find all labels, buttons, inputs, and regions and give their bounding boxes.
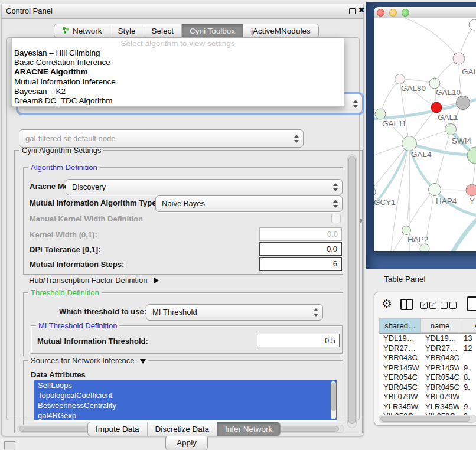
network-edge[interactable] (389, 18, 459, 58)
splitter-grip[interactable] (360, 219, 362, 223)
dropdown-item[interactable]: Mutual Information Inference (12, 77, 344, 87)
node-table: shared…nameA YDL19…YDL19…13YDR27…YDR27…1… (379, 318, 476, 415)
dropdown-item[interactable]: Bayesian – Hill Climbing (12, 48, 344, 58)
table-row[interactable]: YBL079WYBL079W (379, 392, 476, 402)
tab-discretize-data[interactable]: Discretize Data (147, 422, 217, 436)
tab-jactivemnodules[interactable]: jActiveMNodules (243, 24, 318, 38)
settings-vertical-scrollbar[interactable] (347, 154, 357, 428)
network-node-y[interactable] (466, 184, 476, 196)
tab-infer-network[interactable]: Infer Network (217, 422, 280, 436)
table-row[interactable]: YDL19…YDL19…13 (379, 334, 476, 344)
scrollbar-thumb[interactable] (348, 156, 356, 424)
select-all-icon[interactable]: ✓✓ (420, 302, 436, 309)
table-row[interactable]: YBR043CYBR043C (379, 353, 476, 363)
gear-icon[interactable]: ⚙ (382, 296, 392, 311)
tab-style[interactable]: Style (110, 24, 144, 38)
hub-definition-expander[interactable]: Hub/Transcription Factor Definition (29, 276, 159, 285)
tab-cyni-toolbox[interactable]: Cyni Toolbox (181, 24, 243, 38)
close-light[interactable] (377, 9, 384, 17)
column-header-2[interactable]: name (421, 318, 459, 333)
minimize-light[interactable] (389, 9, 397, 17)
sources-title[interactable]: Sources for Network Inference (28, 356, 148, 365)
table-cell: YBR045C (379, 383, 421, 393)
table-cell: YPR145W (379, 363, 421, 373)
mi-threshold-field[interactable]: 0.5 (257, 334, 340, 347)
network-node-hap2[interactable] (402, 226, 411, 235)
new-document-icon[interactable] (467, 296, 476, 311)
network-node-gal10[interactable] (429, 78, 440, 89)
table-row[interactable]: YDR27…YDR27…12 (379, 344, 476, 354)
table-toolbar: ⚙ ✓✓ (374, 292, 476, 317)
which-threshold-combobox[interactable]: MI Threshold (146, 304, 323, 321)
node-label: GAL4 (411, 150, 432, 159)
zoom-light[interactable] (402, 9, 409, 17)
scrollbar-thumb[interactable] (380, 416, 470, 422)
deselect-all-icon[interactable] (441, 302, 457, 309)
table-row[interactable]: YBR045CYBR045C9. (379, 383, 476, 393)
network-node-hap4[interactable] (429, 184, 441, 196)
algorithm-dropdown-popup: Select algorithm to view settings Bayesi… (11, 38, 344, 107)
attributes-scrollbar[interactable] (331, 381, 336, 419)
network-node[interactable] (420, 244, 429, 251)
panel-grip-icon[interactable] (4, 441, 15, 449)
network-edge[interactable] (380, 79, 400, 114)
network-node-gal4[interactable] (402, 136, 417, 151)
network-node[interactable] (469, 19, 476, 30)
mi-steps-field[interactable]: 6 (259, 257, 342, 271)
tab-impute-data[interactable]: Impute Data (88, 422, 147, 436)
dropdown-prompt: Select algorithm to view settings (12, 39, 344, 48)
table-panel: ⚙ ✓✓ shared…nameA YDL19…YDL19…13YDR27…YD… (374, 292, 476, 426)
network-node-gal11[interactable] (375, 109, 386, 119)
network-node-swi4[interactable] (445, 124, 457, 135)
dpi-tolerance-field[interactable]: 0.0 (259, 242, 342, 256)
manual-kernel-label: Manual Kernel Width Definition (30, 214, 143, 223)
network-canvas[interactable]: GALGAL80GAL10GAL1GAL11SWI4GAL4GCY1HAP4YH… (374, 18, 476, 251)
network-window-titlebar (374, 7, 476, 19)
kernel-width-field[interactable]: 0.0 (259, 227, 342, 241)
tab-network[interactable]: Network (54, 24, 110, 38)
network-node-gcy1[interactable] (374, 186, 376, 198)
table-row[interactable]: YER054CYER054C8. (379, 373, 476, 383)
control-panel: Control Panel ✖ NetworkStyleSelectCyni T… (1, 4, 364, 436)
network-node-gal80[interactable] (395, 74, 405, 84)
table-rows: YDL19…YDL19…13YDR27…YDR27…12YBR043CYBR04… (379, 334, 476, 415)
attribute-list-item[interactable]: BetweennessCentrality (34, 400, 337, 410)
sources-group: Sources for Network Inference Data Attri… (23, 360, 343, 425)
table-cell (459, 353, 476, 363)
mi-threshold-definition-group: MI Threshold Definition Mutual Informati… (31, 325, 343, 354)
network-edge[interactable] (406, 190, 435, 230)
network-node-gal[interactable] (453, 53, 465, 64)
network-edge[interactable] (435, 129, 451, 190)
dropdown-item[interactable]: Dream8 DC_TDC Algorithm (12, 96, 344, 106)
tab-select[interactable]: Select (144, 24, 182, 38)
aracne-mode-combobox[interactable]: Discovery (66, 179, 343, 195)
data-attributes-list[interactable]: SelfLoopsTopologicalCoefficientBetweenne… (34, 380, 337, 422)
dropdown-item[interactable]: Bayesian – K2 (12, 87, 344, 96)
scrollbar-thumb[interactable] (331, 383, 336, 411)
table-row[interactable]: YPR145WYPR145W9. (379, 363, 476, 373)
column-header-3[interactable]: A (459, 318, 476, 333)
network-graph: GALGAL80GAL10GAL1GAL11SWI4GAL4GCY1HAP4YH… (374, 18, 476, 251)
close-icon[interactable]: ✖ (358, 6, 364, 14)
mi-algorithm-type-combobox[interactable]: Naive Bayes (155, 195, 343, 212)
attribute-list-item[interactable]: TopologicalCoefficient (34, 390, 337, 400)
network-node-gal1[interactable] (431, 102, 442, 113)
attribute-list-item[interactable]: gal4RGexp (34, 410, 337, 420)
dpi-tolerance-label: DPI Tolerance [0,1]: (30, 245, 100, 254)
table-row[interactable]: YLR345WYLR345W9. (379, 402, 476, 412)
column-header-1[interactable]: shared… (379, 318, 421, 333)
apply-button[interactable]: Apply (165, 435, 208, 450)
split-view-icon[interactable] (400, 299, 413, 310)
tab-label: Impute Data (96, 425, 139, 433)
network-edge[interactable] (451, 216, 476, 251)
attribute-list-item[interactable]: SelfLoops (34, 380, 337, 390)
float-icon[interactable] (349, 8, 356, 14)
table-horizontal-scrollbar[interactable] (379, 415, 476, 423)
dropdown-item[interactable]: ARACNE Algorithm (12, 67, 344, 77)
table-cell: YBR045C (421, 383, 459, 393)
dropdown-item[interactable]: Basic Correlation Inference (12, 58, 344, 67)
network-select-combobox[interactable]: gal-filtered sif default node (19, 129, 304, 148)
network-node[interactable] (457, 96, 470, 110)
manual-kernel-checkbox[interactable] (331, 214, 341, 223)
table-cell: 13 (459, 334, 476, 344)
